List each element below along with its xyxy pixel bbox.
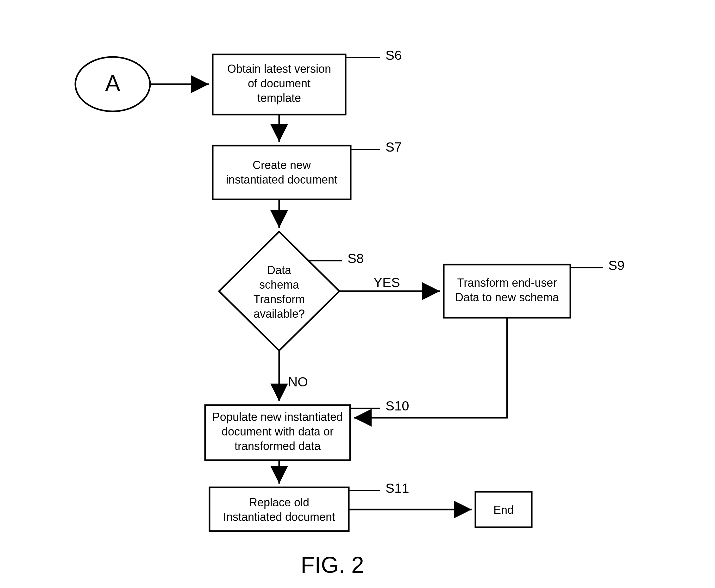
node-s7-line2: instantiated document: [226, 173, 337, 186]
node-s8-line1: Data: [267, 264, 292, 277]
node-s8: [219, 232, 339, 351]
node-end-label: End: [493, 504, 514, 517]
node-s10-line1: Populate new instantiated: [212, 411, 343, 423]
node-s11-line1: Replace old: [249, 496, 309, 509]
node-s7: [213, 146, 351, 200]
node-s6-line2: of document: [248, 77, 311, 90]
node-s6-line1: Obtain latest version: [227, 62, 331, 75]
node-s10-line3: transformed data: [234, 440, 321, 453]
node-s10-line2: document with data or: [222, 425, 334, 438]
node-s6-line3: template: [257, 91, 301, 104]
node-s9-line2: Data to new schema: [455, 291, 559, 304]
ref-s11: S11: [385, 481, 409, 496]
node-s8-line2: schema: [259, 278, 299, 291]
edge-s9-s10: [354, 318, 507, 418]
connector-a-label: A: [105, 70, 120, 96]
edge-s8-s9-label: YES: [374, 275, 400, 290]
flowchart: A Obtain latest version of document temp…: [0, 0, 715, 588]
node-s8-line4: available?: [254, 307, 305, 320]
node-s7-line1: Create new: [253, 159, 311, 171]
node-s11-line2: Instantiated document: [223, 510, 335, 523]
ref-s7: S7: [385, 140, 402, 154]
figure-label: FIG. 2: [301, 552, 364, 578]
ref-s10: S10: [385, 398, 409, 413]
node-s11: [210, 487, 349, 531]
ref-s8: S8: [348, 251, 364, 266]
edge-s8-s10-label: NO: [288, 374, 308, 389]
node-s8-line3: Transform: [254, 293, 305, 306]
node-s9-line1: Transform end-user: [457, 276, 557, 289]
ref-s9: S9: [608, 258, 625, 273]
ref-s6: S6: [385, 48, 402, 63]
